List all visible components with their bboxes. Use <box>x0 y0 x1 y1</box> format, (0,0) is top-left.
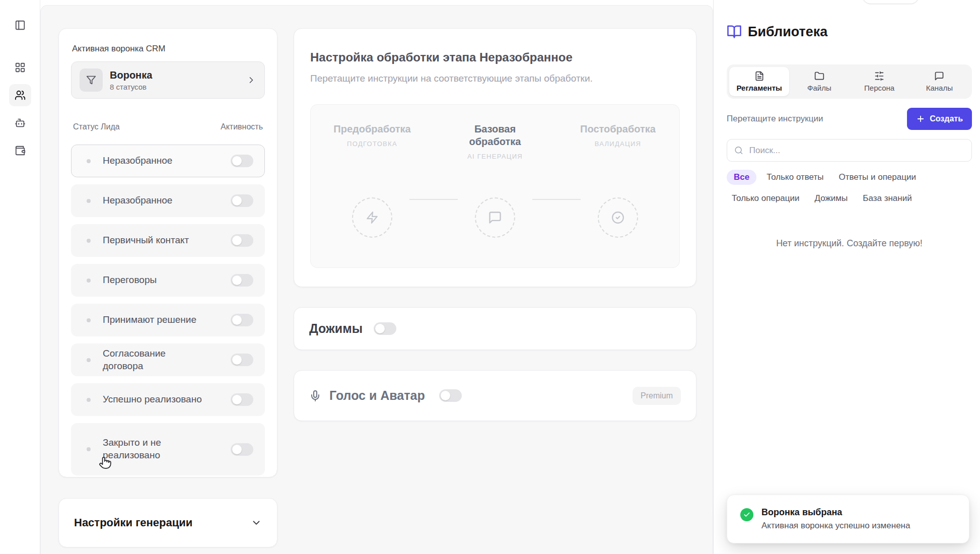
status-row[interactable]: Первичный контакт <box>71 224 265 257</box>
filter-chip-followups[interactable]: Дожимы <box>809 191 853 206</box>
status-row[interactable]: Неразобранное <box>71 145 265 177</box>
stage-tag: AI ГЕНЕРАЦИЯ <box>434 153 556 160</box>
funnel-panel-title: Активная воронка CRM <box>72 44 264 54</box>
stage-dropzone-postprocessing[interactable] <box>598 197 638 238</box>
tab-label: Файлы <box>807 84 831 92</box>
status-toggle[interactable] <box>231 314 253 326</box>
library-title: Библиотека <box>748 23 827 40</box>
nav-bot-button[interactable] <box>9 112 31 134</box>
funnel-panel: Активная воронка CRM Воронка 8 статусов … <box>58 28 277 477</box>
stage-editor-subtitle: Перетащите инструкции на соответствующие… <box>310 72 680 85</box>
status-label: Первичный контакт <box>103 234 189 247</box>
funnel-selector[interactable]: Воронка 8 статусов <box>71 61 265 99</box>
tab-persona[interactable]: Персона <box>850 67 909 96</box>
funnel-name: Воронка <box>110 70 152 81</box>
nav-billing-button[interactable] <box>9 140 31 162</box>
funnel-column: Активная воронка CRM Воронка 8 статусов … <box>58 28 277 547</box>
stage-title: Базовая обработка <box>452 123 538 148</box>
stage-column: Настройка обработки этапа Неразобранное … <box>294 28 696 421</box>
nav-group <box>9 56 31 162</box>
tab-label: Регламенты <box>736 84 782 92</box>
status-row[interactable]: Согласование договора <box>71 343 265 376</box>
followups-toggle[interactable] <box>374 322 396 335</box>
content-canvas: Активная воронка CRM Воронка 8 статусов … <box>40 5 713 554</box>
book-open-icon <box>727 24 742 39</box>
tab-kanaly[interactable]: Каналы <box>909 67 969 96</box>
stage-connector <box>532 199 581 200</box>
toast-content: Воронка выбрана Активная воронка успешно… <box>761 507 910 531</box>
followups-title: Дожимы <box>309 321 363 336</box>
library-toolbar: Перетащите инструкции Создать <box>727 108 972 130</box>
status-dot-icon <box>87 199 91 203</box>
tab-label: Персона <box>864 84 894 92</box>
stage-dropzone-base[interactable] <box>475 197 515 238</box>
toast-notification: Воронка выбрана Активная воронка успешно… <box>727 495 969 543</box>
status-row[interactable]: Принимают решение <box>71 304 265 336</box>
stage-pipeline-zone: Предобработка ПОДГОТОВКА Базовая обработ… <box>310 104 680 268</box>
library-header: Библиотека <box>727 23 972 40</box>
library-tabs: Регламенты Файлы Персона Каналы <box>727 64 972 99</box>
folder-icon <box>814 71 824 81</box>
status-toggle[interactable] <box>231 155 253 167</box>
filter-chip-answers-operations[interactable]: Ответы и операции <box>834 170 921 185</box>
status-label: Закрыто и не реализовано <box>103 437 203 461</box>
stage-dropzone-preprocessing[interactable] <box>352 197 392 238</box>
stage-title: Предобработка <box>329 123 415 135</box>
filter-chip-all[interactable]: Все <box>727 170 756 185</box>
wallet-icon <box>15 145 26 156</box>
filter-chip-operations-only[interactable]: Только операции <box>727 191 804 206</box>
filter-chip-answers-only[interactable]: Только ответы <box>761 170 828 185</box>
zap-icon <box>366 211 379 224</box>
status-label: Успешно реализовано <box>103 393 202 406</box>
nav-dashboard-button[interactable] <box>9 56 31 79</box>
status-label: Неразобранное <box>103 155 172 167</box>
status-label: Переговоры <box>103 274 157 287</box>
icon-rail <box>0 0 40 554</box>
status-row[interactable]: Закрыто и не реализовано <box>71 423 265 475</box>
status-label: Неразобранное <box>103 194 172 207</box>
status-dot-icon <box>87 239 91 243</box>
search-box <box>727 139 972 162</box>
funnel-status-count: 8 статусов <box>110 83 152 91</box>
status-row[interactable]: Успешно реализовано <box>71 383 265 416</box>
tab-reglamenty[interactable]: Регламенты <box>729 67 789 96</box>
status-toggle[interactable] <box>231 194 253 207</box>
filter-chip-knowledge-base[interactable]: База знаний <box>858 191 917 206</box>
create-button[interactable]: Создать <box>907 108 972 130</box>
status-toggle[interactable] <box>231 443 253 456</box>
tab-faily[interactable]: Файлы <box>789 67 849 96</box>
stage-tag: ПОДГОТОВКА <box>311 140 434 148</box>
generation-settings-title: Настройки генерации <box>74 516 192 529</box>
stage-editor-panel: Настройка обработки этапа Неразобранное … <box>294 28 696 287</box>
status-dot-icon <box>87 318 91 322</box>
top-cutoff-button[interactable] <box>862 0 919 4</box>
sidebar-toggle-button[interactable] <box>9 14 31 36</box>
success-check-icon <box>740 508 753 521</box>
status-toggle[interactable] <box>231 274 253 287</box>
status-label: Согласование договора <box>103 348 203 372</box>
status-row[interactable]: Неразобранное <box>71 184 265 217</box>
search-input[interactable] <box>748 145 964 156</box>
toast-title: Воронка выбрана <box>761 507 910 518</box>
status-dot-icon <box>87 358 91 362</box>
status-dot-icon <box>87 398 91 402</box>
voice-avatar-toggle[interactable] <box>439 389 462 402</box>
premium-badge: Premium <box>633 387 681 405</box>
status-toggle[interactable] <box>231 234 253 247</box>
status-toggle[interactable] <box>231 393 253 406</box>
create-button-label: Создать <box>930 114 963 123</box>
main-area: Активная воронка CRM Воронка 8 статусов … <box>40 0 713 554</box>
file-text-icon <box>754 71 764 81</box>
generation-settings-accordion[interactable]: Настройки генерации <box>58 498 277 547</box>
status-toggle[interactable] <box>231 354 253 366</box>
tab-label: Каналы <box>926 84 953 92</box>
stage-postprocessing: Постобработка ВАЛИДАЦИЯ <box>556 123 679 267</box>
stage-tag: ВАЛИДАЦИЯ <box>556 140 679 148</box>
empty-state-message: Нет инструкций. Создайте первую! <box>727 238 972 249</box>
chevron-down-icon <box>251 517 262 528</box>
library-panel: Библиотека Регламенты Файлы Персона <box>713 0 980 554</box>
nav-leads-button[interactable] <box>9 84 31 106</box>
status-row[interactable]: Переговоры <box>71 264 265 297</box>
chevron-right-icon <box>246 75 256 85</box>
stage-preprocessing: Предобработка ПОДГОТОВКА <box>311 123 434 267</box>
